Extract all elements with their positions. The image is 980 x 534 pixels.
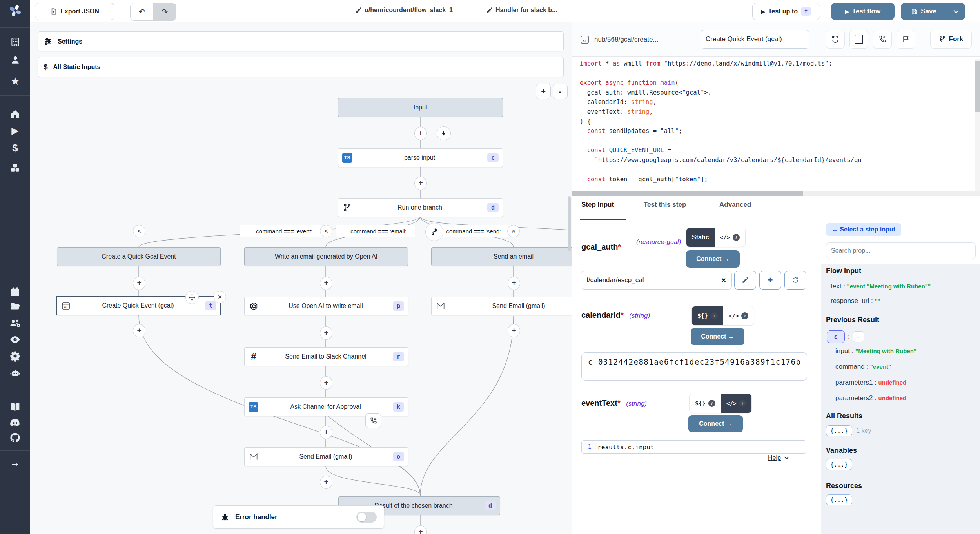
add-step-button[interactable] bbox=[320, 277, 332, 290]
code-mode-button[interactable]: </>i bbox=[721, 394, 751, 413]
run-one-branch-node[interactable]: Run one branch d bbox=[338, 198, 503, 217]
flow-canvas[interactable]: Settings $ All Static Inputs + - Input T… bbox=[30, 22, 572, 534]
approval-step-node[interactable]: TS Ask Channel for Approval k bbox=[244, 397, 408, 416]
delete-branch-button[interactable] bbox=[320, 225, 332, 237]
settings-gear-icon[interactable] bbox=[0, 349, 30, 363]
script-path-label[interactable]: hub/568/gcal/create... bbox=[594, 36, 659, 44]
tab-advanced[interactable]: Advanced bbox=[719, 201, 751, 209]
refresh-resource-button[interactable] bbox=[784, 271, 806, 290]
object-chip[interactable]: {...} bbox=[826, 425, 852, 436]
prev-step-badge[interactable]: c bbox=[827, 330, 845, 343]
gmail-step-node-mid[interactable]: Send Email (gmail) o bbox=[244, 447, 408, 466]
add-step-button[interactable] bbox=[414, 127, 427, 140]
parse-input-node[interactable]: TS parse input c bbox=[338, 148, 503, 167]
code-mode-button[interactable]: </>i bbox=[723, 306, 754, 325]
gmail-step-node-right[interactable]: Send Email (gmail) bbox=[431, 297, 572, 315]
groups-users-icon[interactable] bbox=[0, 316, 30, 330]
home-icon[interactable] bbox=[0, 107, 30, 120]
favorites-star-icon[interactable]: ★ bbox=[0, 75, 30, 88]
expand-sidebar-arrow-icon[interactable]: → bbox=[0, 456, 30, 469]
prop-row[interactable]: parameters1 : undefined bbox=[835, 379, 906, 386]
event-text-connect-button[interactable]: Connect → bbox=[688, 415, 743, 432]
code-hscrollbar[interactable] bbox=[572, 191, 980, 196]
add-step-button[interactable] bbox=[320, 476, 332, 489]
add-step-button[interactable] bbox=[508, 277, 520, 290]
export-json-button[interactable]: Export JSON bbox=[35, 3, 114, 20]
add-branch-button[interactable] bbox=[425, 223, 443, 241]
folders-icon[interactable] bbox=[0, 299, 30, 313]
template-mode-button[interactable]: ${}i bbox=[690, 394, 721, 413]
zoom-in-button[interactable]: + bbox=[536, 84, 551, 99]
trigger-lightning-button[interactable] bbox=[437, 126, 451, 140]
add-resource-button[interactable]: + bbox=[759, 271, 781, 290]
scrollbar-thumb[interactable] bbox=[572, 191, 803, 196]
flow-path-crumb[interactable]: u/henricourdent/flow_slack_1 bbox=[355, 7, 453, 14]
gcal-auth-resource-input[interactable]: f/calendar/escp_cal × bbox=[581, 271, 732, 290]
add-step-button[interactable] bbox=[133, 324, 145, 337]
tab-test-this-step[interactable]: Test this step bbox=[644, 201, 686, 209]
audit-eye-icon[interactable] bbox=[0, 333, 30, 346]
suspend-button[interactable] bbox=[873, 30, 892, 49]
prop-row[interactable]: command : "event" bbox=[835, 363, 891, 371]
code-editor[interactable]: import * as wmill from "https://deno.lan… bbox=[580, 59, 973, 188]
zoom-out-button[interactable]: - bbox=[553, 84, 568, 99]
user-icon[interactable] bbox=[0, 53, 30, 67]
suspend-approval-chip[interactable] bbox=[365, 413, 381, 428]
sleep-button[interactable] bbox=[897, 30, 915, 49]
delete-branch-button[interactable] bbox=[133, 225, 145, 237]
add-step-button[interactable] bbox=[414, 177, 427, 190]
resources-cubes-icon[interactable] bbox=[0, 161, 30, 174]
search-prop-input[interactable] bbox=[826, 242, 976, 259]
tab-step-input[interactable]: Step Input bbox=[581, 201, 614, 209]
add-step-button[interactable] bbox=[133, 277, 145, 290]
flow-settings-bar[interactable]: Settings bbox=[38, 31, 564, 51]
template-mode-button[interactable]: ${}i bbox=[692, 306, 723, 325]
openai-step-node[interactable]: Use Open AI to write email p bbox=[244, 297, 408, 315]
prop-row[interactable]: response_url : "" bbox=[831, 297, 880, 305]
object-chip[interactable]: {...} bbox=[826, 459, 852, 470]
delete-branch-button[interactable] bbox=[507, 225, 520, 237]
clear-icon[interactable]: × bbox=[721, 276, 726, 285]
calendar-id-connect-button[interactable]: Connect → bbox=[691, 328, 744, 345]
static-mode-button[interactable]: Static bbox=[686, 228, 715, 247]
save-menu-button[interactable] bbox=[947, 10, 965, 13]
runs-play-icon[interactable]: ▶ bbox=[0, 124, 30, 137]
edit-resource-button[interactable] bbox=[734, 271, 756, 290]
add-step-button[interactable] bbox=[508, 324, 520, 337]
slack-step-node[interactable]: # Send Email to Slack Channel r bbox=[244, 347, 408, 366]
prop-row[interactable]: parameters2 : undefined bbox=[835, 394, 906, 402]
branch-header-node[interactable]: Send an email bbox=[431, 247, 572, 266]
delete-step-button[interactable] bbox=[214, 291, 226, 303]
windmill-logo-icon[interactable] bbox=[0, 4, 30, 17]
move-step-handle[interactable] bbox=[185, 291, 199, 304]
calendar-id-value-input[interactable]: c_0312442e881ae6fcf1dec23f54916a389f1c17… bbox=[581, 352, 807, 381]
github-icon[interactable] bbox=[0, 431, 30, 444]
code-vscrollbar[interactable] bbox=[975, 59, 980, 191]
variables-dollar-icon[interactable]: $ bbox=[0, 141, 30, 155]
add-step-button[interactable] bbox=[320, 376, 332, 390]
ai-robot-icon[interactable] bbox=[0, 366, 30, 380]
error-handler-bar[interactable]: Error handler bbox=[213, 505, 384, 529]
code-mode-button[interactable]: </>i bbox=[715, 228, 745, 247]
branch-header-node[interactable]: Write an email generated by Open AI bbox=[244, 247, 408, 266]
undo-button[interactable]: ↶ bbox=[131, 3, 153, 20]
discord-icon[interactable] bbox=[0, 416, 30, 429]
box-button[interactable] bbox=[849, 30, 868, 49]
step-summary-input[interactable] bbox=[701, 30, 809, 49]
help-toggle[interactable]: Help bbox=[768, 454, 789, 461]
test-flow-button[interactable]: ▶ Test flow bbox=[831, 3, 895, 20]
branch-header-node[interactable]: Create a Quick Gcal Event bbox=[57, 247, 221, 266]
fork-button[interactable]: Fork bbox=[930, 30, 972, 49]
collapse-button[interactable]: - bbox=[853, 331, 864, 342]
add-step-button[interactable] bbox=[320, 326, 332, 340]
scrollbar-thumb[interactable] bbox=[975, 61, 980, 112]
error-handler-toggle[interactable] bbox=[356, 512, 377, 523]
test-up-to-button[interactable]: ▶ Test up to t bbox=[752, 3, 820, 20]
save-button[interactable]: Save bbox=[901, 7, 947, 15]
input-node[interactable]: Input bbox=[338, 98, 503, 117]
prop-row[interactable]: text : "event "Meeting with Ruben"" bbox=[831, 282, 931, 290]
flow-summary-crumb[interactable]: Handler for slack b... bbox=[486, 7, 557, 14]
canvas-scrollbar[interactable] bbox=[568, 196, 571, 251]
workspace-icon[interactable] bbox=[0, 35, 30, 49]
sync-script-button[interactable] bbox=[826, 30, 845, 49]
